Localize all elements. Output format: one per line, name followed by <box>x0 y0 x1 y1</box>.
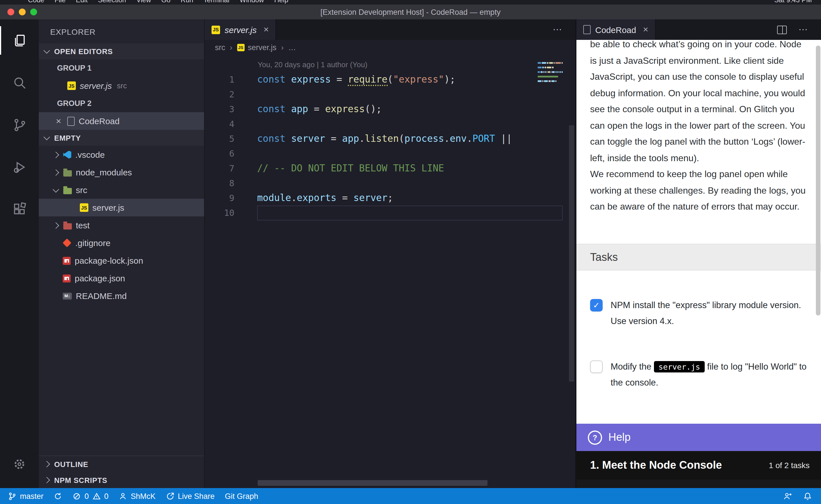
settings-gear-button[interactable] <box>0 444 39 485</box>
person-icon <box>119 492 127 500</box>
line-number: 10 <box>205 208 234 218</box>
webview-scrollbar[interactable] <box>816 46 820 315</box>
live-share-icon <box>166 492 174 500</box>
tasks-header-label: Tasks <box>590 251 618 263</box>
menu-item-edit[interactable]: Edit <box>71 0 93 4</box>
close-icon[interactable] <box>56 116 67 126</box>
code-text <box>257 206 563 220</box>
task-progress-badge: 1 of 2 tasks <box>769 461 810 470</box>
file-icon <box>583 25 591 34</box>
feedback-status[interactable] <box>783 492 792 500</box>
explorer-activity-button[interactable] <box>0 19 39 62</box>
code-editor[interactable]: You, 20 days ago | 1 author (You) 1const… <box>205 55 575 488</box>
tree-item-label: README.md <box>76 291 126 301</box>
menu-item-help[interactable]: Help <box>269 0 293 4</box>
panel-more-actions-icon[interactable] <box>798 24 808 35</box>
lesson-title: 1. Meet the Node Console <box>590 459 722 472</box>
tree-item-package-json[interactable]: package.json <box>39 269 204 287</box>
notifications-status[interactable] <box>803 492 812 500</box>
tree-item-src[interactable]: src <box>39 181 204 199</box>
split-editor-icon[interactable] <box>777 25 787 34</box>
help-button[interactable]: Help <box>576 424 821 451</box>
sync-status[interactable] <box>54 492 62 500</box>
zoom-window-button[interactable] <box>30 9 37 15</box>
tree-item-test[interactable]: test <box>39 216 204 234</box>
code-text <box>257 117 575 132</box>
code-line-1[interactable]: 1const express = require("express"); <box>205 72 575 87</box>
codelens-annotation[interactable]: You, 20 days ago | 1 author (You) <box>258 60 575 69</box>
tree-item-package-lock-json[interactable]: package-lock.json <box>39 252 204 269</box>
live-share-status[interactable]: Live Share <box>166 492 215 500</box>
open-editor-item-serverjs[interactable]: server.js src <box>39 77 204 95</box>
minimap[interactable] <box>536 62 563 84</box>
errors-icon <box>73 492 81 500</box>
git-branch-status[interactable]: master <box>8 492 44 500</box>
menu-item-window[interactable]: Window <box>235 0 269 4</box>
user-status[interactable]: ShMcK <box>119 492 156 500</box>
breadcrumb-more[interactable]: … <box>288 43 296 52</box>
run-debug-activity-button[interactable] <box>0 146 39 188</box>
code-line-7[interactable]: 7// -- DO NOT EDIT BELOW THIS LINE <box>205 161 575 176</box>
minimap-line <box>536 68 563 71</box>
open-editor-item-coderoad[interactable]: CodeRoad <box>39 112 204 130</box>
extensions-activity-button[interactable] <box>0 188 39 230</box>
menu-item-file[interactable]: File <box>49 0 71 4</box>
close-tab-icon[interactable] <box>264 24 269 35</box>
workspace-root-header[interactable]: EMPTY <box>39 130 204 146</box>
line-number: 5 <box>205 134 234 144</box>
breadcrumb-folder[interactable]: src <box>215 43 225 52</box>
menu-item-selection[interactable]: Selection <box>93 0 131 4</box>
md-file-icon <box>63 292 72 299</box>
tree-item--gitignore[interactable]: .gitignore <box>39 234 204 252</box>
menu-item-terminal[interactable]: Terminal <box>198 0 235 4</box>
code-line-5[interactable]: 5const server = app.listen(process.env.P… <box>205 132 575 146</box>
chevron-spacer <box>70 205 75 210</box>
menu-item-code[interactable]: Code <box>23 0 49 4</box>
tab-coderoad[interactable]: CodeRoad <box>576 19 656 40</box>
close-window-button[interactable] <box>7 9 14 15</box>
code-line-8[interactable]: 8 <box>205 176 575 191</box>
code-text: const app = express(); <box>257 102 575 117</box>
tree-item-readme-md[interactable]: README.md <box>39 287 204 305</box>
minimize-window-button[interactable] <box>19 9 26 15</box>
vscode-file-icon <box>63 151 71 159</box>
workspace-root-label: EMPTY <box>54 134 81 142</box>
tree-item-server-js[interactable]: server.js <box>39 199 204 216</box>
checkbox-checked-icon[interactable] <box>590 299 602 312</box>
code-line-4[interactable]: 4 <box>205 117 575 132</box>
menu-item-view[interactable]: View <box>131 0 156 4</box>
vertical-scrollbar[interactable] <box>569 125 574 382</box>
menu-item-go[interactable]: Go <box>156 0 175 4</box>
line-number: 7 <box>205 163 234 174</box>
open-editors-section-header[interactable]: OPEN EDITORS <box>39 43 204 59</box>
code-line-6[interactable]: 6 <box>205 146 575 161</box>
problems-status[interactable]: 0 0 <box>73 492 109 500</box>
code-line-2[interactable]: 2 <box>205 87 575 102</box>
minimap-line <box>536 75 563 77</box>
code-line-10[interactable]: 10 <box>205 206 575 220</box>
code-line-9[interactable]: 9module.exports = server; <box>205 191 575 206</box>
menu-item-run[interactable]: Run <box>175 0 198 4</box>
horizontal-scrollbar[interactable] <box>258 480 487 486</box>
line-number: 3 <box>205 104 234 114</box>
tab-serverjs[interactable]: server.js <box>205 19 276 40</box>
error-count: 0 <box>85 492 89 500</box>
checkbox-unchecked-icon[interactable] <box>590 360 602 373</box>
npm-file-icon <box>63 257 71 265</box>
editor-more-actions-icon[interactable] <box>552 24 563 35</box>
source-control-activity-button[interactable] <box>0 104 39 146</box>
npm-scripts-section-header[interactable]: NPM SCRIPTS <box>39 472 204 488</box>
panel-bottom-strip <box>576 480 821 488</box>
git-graph-status[interactable]: Git Graph <box>225 492 258 500</box>
close-tab-icon[interactable] <box>643 24 648 35</box>
breadcrumb-file[interactable]: server.js <box>237 43 277 52</box>
code-line-3[interactable]: 3const app = express(); <box>205 102 575 117</box>
tree-item-node-modules[interactable]: node_modules <box>39 163 204 181</box>
tree-item--vscode[interactable]: .vscode <box>39 146 204 163</box>
search-activity-button[interactable] <box>0 62 39 104</box>
task-text: Modify the server.js file to log "Hello … <box>610 359 812 391</box>
outline-section-header[interactable]: OUTLINE <box>39 456 204 472</box>
chevron-right-icon <box>44 461 50 468</box>
menu-clock: Sat 9:43 PM <box>774 0 812 4</box>
code-text <box>257 176 575 191</box>
